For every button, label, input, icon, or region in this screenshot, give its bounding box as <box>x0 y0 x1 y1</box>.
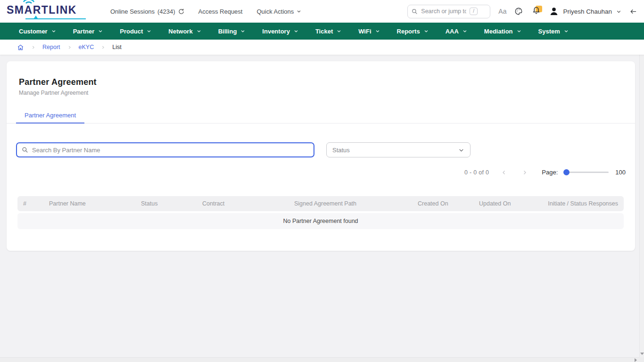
global-search[interactable]: / <box>407 5 490 18</box>
page-subtitle: Manage Partner Agreement <box>19 90 623 96</box>
home-icon[interactable] <box>17 44 24 51</box>
scrollbar-corner <box>639 357 644 362</box>
palette-icon <box>514 7 523 16</box>
next-page-button[interactable] <box>522 170 528 175</box>
status-select[interactable]: Status <box>326 142 471 157</box>
nav-item-billing[interactable]: Billing <box>218 28 246 35</box>
page-size-label: Page: <box>542 169 558 176</box>
breadcrumb-ekyc[interactable]: eKYC <box>79 44 94 50</box>
page-title: Partner Agreement <box>19 77 623 87</box>
breadcrumb: Report eKYC List <box>0 40 644 55</box>
chevron-left-icon <box>501 170 507 175</box>
logo-letter-a: A <box>25 4 33 16</box>
nav-item-product[interactable]: Product <box>120 28 151 35</box>
prev-page-button[interactable] <box>501 170 507 175</box>
chevron-right-icon <box>67 45 72 49</box>
global-search-input[interactable] <box>421 8 466 15</box>
font-size-toggle[interactable]: Aa <box>498 8 506 15</box>
smartlink-logo[interactable]: SMARTLINK <box>7 4 88 19</box>
column-header-initiate-status-responses: Initiate / Status Responses <box>548 200 624 207</box>
theme-palette-button[interactable] <box>514 7 523 16</box>
nav-item-network[interactable]: Network <box>168 28 201 35</box>
nav-item-partner[interactable]: Partner <box>73 28 103 35</box>
chevron-down-icon <box>462 29 467 33</box>
notifications-button[interactable] <box>531 6 541 16</box>
column-header-partner-name: Partner Name <box>49 200 141 207</box>
refresh-icon[interactable] <box>178 8 184 15</box>
nav-item-system[interactable]: System <box>538 28 569 35</box>
chevron-right-icon <box>522 170 528 175</box>
page-size-slider[interactable] <box>563 172 609 173</box>
user-name: Priyesh Chauhan <box>563 8 612 15</box>
online-sessions-count: (4234) <box>157 8 175 15</box>
chevron-down-icon <box>564 29 569 33</box>
page-size-value: 100 <box>615 169 626 176</box>
chevron-down-icon <box>98 29 103 33</box>
filter-row: Status <box>16 142 623 157</box>
vertical-scrollbar[interactable] <box>639 40 644 357</box>
nav-item-mediation[interactable]: Mediation <box>484 28 521 35</box>
quick-actions-menu[interactable]: Quick Actions <box>256 8 301 15</box>
partner-agreement-table: # Partner Name Status Contract Signed Ag… <box>17 196 624 229</box>
column-header-status: Status <box>141 200 202 207</box>
partner-search-input[interactable] <box>32 147 309 154</box>
scroll-down-arrow-icon[interactable] <box>640 353 644 355</box>
status-select-placeholder: Status <box>332 147 350 154</box>
nav-item-inventory[interactable]: Inventory <box>262 28 298 35</box>
header-right-group: / Aa Priyesh Chauhan <box>407 5 637 18</box>
chevron-down-icon <box>424 29 429 33</box>
chevron-down-icon <box>375 29 380 33</box>
top-header: SMARTLINK Online Sessions (4234) Access … <box>0 0 644 23</box>
logo-text-rtlink: RTLINK <box>33 4 77 16</box>
breadcrumb-list: List <box>112 44 121 50</box>
quick-actions-label: Quick Actions <box>256 8 294 15</box>
column-header-signed-agreement-path: Signed Agreement Path <box>294 200 418 207</box>
main-nav: Customer Partner Product Network Billing… <box>0 23 644 40</box>
chevron-down-icon <box>197 29 201 33</box>
slider-thumb[interactable] <box>563 169 570 175</box>
avatar-icon <box>549 7 559 16</box>
top-quick-menu: Online Sessions (4234) Access Request Qu… <box>110 8 301 15</box>
pagination-range: 0 - 0 of 0 <box>464 169 489 176</box>
tab-bar: Partner Agreement <box>7 107 635 123</box>
nav-item-aaa[interactable]: AAA <box>446 28 467 35</box>
bell-wrapper <box>531 6 541 16</box>
partner-search-field[interactable] <box>16 142 314 157</box>
logo-underline <box>25 18 86 19</box>
nav-item-reports[interactable]: Reports <box>397 28 429 35</box>
pagination-bar: 0 - 0 of 0 Page: 100 <box>7 169 626 176</box>
column-header-updated-on: Updated On <box>479 200 538 207</box>
wifi-icon <box>22 0 35 5</box>
chevron-down-icon <box>147 29 151 33</box>
chevron-down-icon <box>297 9 301 14</box>
search-shortcut-key: / <box>470 8 478 15</box>
scroll-right-arrow-icon[interactable] <box>635 358 637 362</box>
left-arrow-icon <box>629 8 637 15</box>
chevron-down-icon <box>616 9 621 14</box>
chevron-down-icon <box>517 29 521 33</box>
logo-text-a: A <box>25 4 33 16</box>
collapse-header-button[interactable] <box>629 8 637 15</box>
search-icon <box>22 147 28 153</box>
chevron-down-icon <box>51 29 56 33</box>
column-header-created-on: Created On <box>418 200 479 207</box>
nav-item-customer[interactable]: Customer <box>19 28 56 35</box>
nav-item-wifi[interactable]: WiFi <box>358 28 380 35</box>
table-header-row: # Partner Name Status Contract Signed Ag… <box>17 196 624 211</box>
tab-partner-agreement[interactable]: Partner Agreement <box>16 107 84 123</box>
empty-state-row: No Partner Agreement found <box>17 213 624 229</box>
content-card: Partner Agreement Manage Partner Agreeme… <box>7 61 635 251</box>
chevron-down-icon <box>458 147 464 153</box>
breadcrumb-report[interactable]: Report <box>42 44 60 50</box>
chevron-down-icon <box>294 29 298 33</box>
column-header-index: # <box>17 200 49 207</box>
bell-icon <box>532 6 540 15</box>
online-sessions[interactable]: Online Sessions (4234) <box>110 8 184 15</box>
logo-arrowhead <box>34 16 38 18</box>
logo-text: SMARTLINK <box>7 4 77 16</box>
access-request-link[interactable]: Access Request <box>198 8 243 15</box>
user-menu[interactable]: Priyesh Chauhan <box>549 7 621 16</box>
logo-text-sm: SM <box>7 4 25 16</box>
nav-item-ticket[interactable]: Ticket <box>315 28 341 35</box>
horizontal-scrollbar[interactable] <box>0 357 639 362</box>
